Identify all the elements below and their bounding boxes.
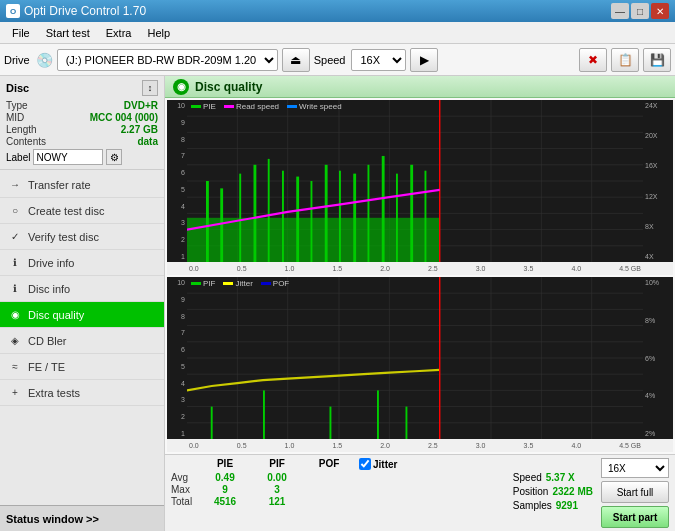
drive-info-icon: ℹ [8,256,22,270]
sidebar-item-verify-test-disc[interactable]: ✓ Verify test disc [0,224,164,250]
max-label: Max [171,484,199,495]
position-label: Position [513,486,549,497]
y-label-right-4x: 4X [643,253,673,260]
x2-label-30: 3.0 [476,442,486,449]
speed-label: Speed [513,472,542,483]
extra-tests-icon: + [8,386,22,400]
top-chart: PIE Read speed Write speed [187,100,643,262]
y-label-right-24x: 24X [643,102,673,109]
x2-label-15: 1.5 [332,442,342,449]
y-label-right-8pct: 8% [643,317,673,324]
disc-info-icon: ℹ [8,282,22,296]
drive-icon: 💿 [36,52,53,68]
speed-apply-button[interactable]: ▶ [410,48,438,72]
y-label-right-20x: 20X [643,132,673,139]
close-button[interactable]: ✕ [651,3,669,19]
y-label-top-10: 10 [177,102,187,109]
svg-rect-54 [330,407,332,439]
speed-select[interactable]: 16X Max 4X 8X 12X [351,49,406,71]
label-settings-button[interactable]: ⚙ [106,149,122,165]
drive-label: Drive [4,54,30,66]
x-label-45: 4.5 GB [619,265,641,272]
menu-file[interactable]: File [4,25,38,41]
sidebar-item-disc-quality[interactable]: ◉ Disc quality [0,302,164,328]
sidebar-item-drive-info[interactable]: ℹ Drive info [0,250,164,276]
x-label-10: 1.0 [285,265,295,272]
sidebar-item-fe-te[interactable]: ≈ FE / TE [0,354,164,380]
drive-select[interactable]: (J:) PIONEER BD-RW BDR-209M 1.20 [57,49,278,71]
mid-label: MID [6,112,24,123]
type-value: DVD+R [124,100,158,111]
x2-label-0: 0.0 [189,442,199,449]
x-label-0: 0.0 [189,265,199,272]
start-part-button[interactable]: Start part [601,506,669,528]
jitter-checkbox[interactable] [359,458,371,470]
pif-legend-color [191,282,201,285]
bottom-chart-svg [187,277,643,439]
col-header-pie: PIE [199,458,251,470]
speed-dropdown[interactable]: 16X Max 8X [601,458,669,478]
charts-area: 10 9 8 7 6 5 4 3 2 1 [165,98,675,454]
sidebar-item-extra-tests[interactable]: + Extra tests [0,380,164,406]
y-label-right-6pct: 6% [643,355,673,362]
stats-table: PIE PIF POF Jitter Avg 0.49 0.00 Max [171,458,505,507]
y-label-right-10pct: 10% [643,279,673,286]
pof-legend-color [261,282,271,285]
maximize-button[interactable]: □ [631,3,649,19]
speed-value: 5.37 X [546,472,575,483]
length-value: 2.27 GB [121,124,158,135]
app-title: Opti Drive Control 1.70 [24,4,146,18]
sidebar-item-label: Verify test disc [28,231,99,243]
label-input[interactable] [33,149,103,165]
read-speed-legend-color [224,105,234,108]
menu-start-test[interactable]: Start test [38,25,98,41]
app-icon: O [6,4,20,18]
y-label-right-12x: 12X [643,193,673,200]
disc-header: Disc [6,82,29,94]
status-window-button[interactable]: Status window >> [0,505,164,531]
svg-rect-26 [325,165,328,262]
save-button[interactable]: 💾 [643,48,671,72]
sidebar-item-create-test-disc[interactable]: ○ Create test disc [0,198,164,224]
menu-help[interactable]: Help [139,25,178,41]
sidebar-item-label: FE / TE [28,361,65,373]
copy-button[interactable]: 📋 [611,48,639,72]
sidebar-item-label: Create test disc [28,205,104,217]
avg-label: Avg [171,472,199,483]
sidebar: Disc ↕ Type DVD+R MID MCC 004 (000) Leng… [0,76,165,531]
start-full-button[interactable]: Start full [601,481,669,503]
write-speed-legend-label: Write speed [299,102,342,111]
action-buttons-area: 16X Max 8X Start full Start part [601,458,669,528]
content-area: ◉ Disc quality 10 9 8 7 6 5 4 3 [165,76,675,531]
disc-quality-title: Disc quality [195,80,262,94]
minimize-button[interactable]: — [611,3,629,19]
x2-label-05: 0.5 [237,442,247,449]
sidebar-item-label: Disc info [28,283,70,295]
avg-pie: 0.49 [199,472,251,483]
x2-label-10: 1.0 [285,442,295,449]
samples-value: 9291 [556,500,578,511]
y-label-right-16x: 16X [643,162,673,169]
sidebar-item-cd-bler[interactable]: ◈ CD Bler [0,328,164,354]
title-bar: O Opti Drive Control 1.70 — □ ✕ [0,0,675,22]
disc-refresh-button[interactable]: ↕ [142,80,158,96]
top-chart-svg [187,100,643,262]
menu-extra[interactable]: Extra [98,25,140,41]
avg-pif: 0.00 [251,472,303,483]
sidebar-item-disc-info[interactable]: ℹ Disc info [0,276,164,302]
sidebar-item-transfer-rate[interactable]: → Transfer rate [0,172,164,198]
sidebar-item-label: Extra tests [28,387,80,399]
toolbar: Drive 💿 (J:) PIONEER BD-RW BDR-209M 1.20… [0,44,675,76]
jitter-legend-color [223,282,233,285]
create-test-disc-icon: ○ [8,204,22,218]
write-speed-legend-color [287,105,297,108]
jitter-checkbox-area: Jitter [359,458,397,470]
eject-button[interactable]: ⏏ [282,48,310,72]
type-label: Type [6,100,28,111]
pie-legend-label: PIE [203,102,216,111]
erase-button[interactable]: ✖ [579,48,607,72]
position-value: 2322 MB [552,486,593,497]
svg-rect-18 [206,181,209,262]
x-label-25: 2.5 [428,265,438,272]
sidebar-item-label: Drive info [28,257,74,269]
